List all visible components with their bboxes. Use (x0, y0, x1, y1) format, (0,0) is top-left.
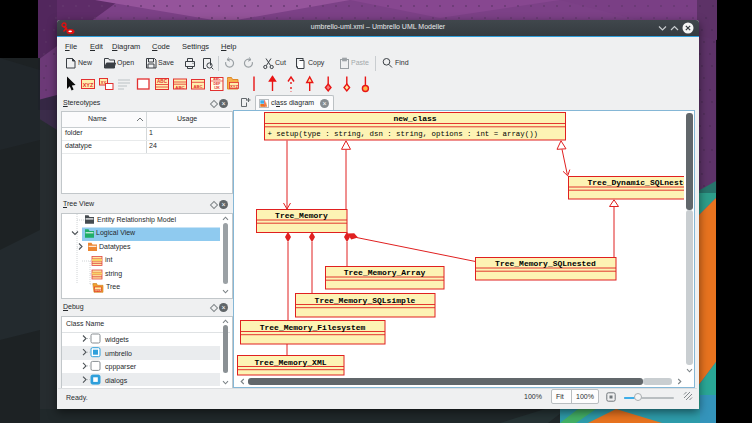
svg-text:Tree_Dynamic_SQLnested: Tree_Dynamic_SQLnested (588, 178, 685, 187)
svg-text:xyz: xyz (95, 288, 101, 292)
svg-text:ABC: ABC (213, 77, 221, 81)
svg-text:ABC: ABC (175, 85, 185, 90)
svg-text:ABC: ABC (157, 79, 168, 84)
svg-text:Tree_Memory_Filesystem: Tree_Memory_Filesystem (260, 323, 366, 332)
svg-text:IJK: IJK (214, 86, 220, 90)
svg-text:Tree_Memory_SQLsimple: Tree_Memory_SQLsimple (315, 296, 416, 305)
svg-text:new_class: new_class (393, 114, 436, 123)
svg-text:Tree_Memory: Tree_Memory (275, 211, 328, 220)
svg-text:Tree_Memory_SQLnested: Tree_Memory_SQLnested (495, 259, 596, 268)
svg-text:ABC: ABC (193, 84, 202, 89)
svg-text:XYZ: XYZ (83, 82, 94, 88)
svg-text:+ setup(type : string, dsn : s: + setup(type : string, dsn : string, opt… (268, 130, 539, 138)
svg-text:XYZ: XYZ (230, 84, 239, 89)
svg-text:Tree_Memory_XML: Tree_Memory_XML (254, 358, 326, 367)
svg-text:Tree_Memory_Array: Tree_Memory_Array (344, 268, 426, 277)
